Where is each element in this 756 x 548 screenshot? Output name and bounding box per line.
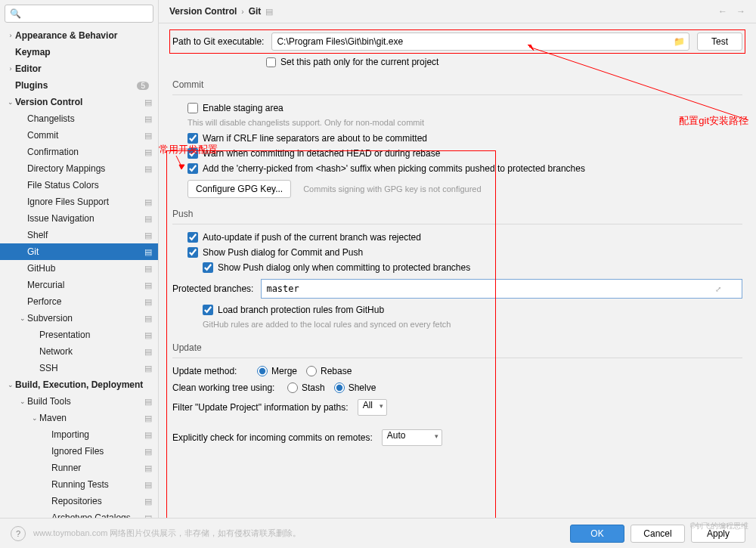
sidebar-item-repositories[interactable]: Repositories▤ bbox=[0, 493, 158, 509]
sidebar-item-presentation[interactable]: Presentation▤ bbox=[0, 327, 158, 343]
caret-icon: ⌄ bbox=[6, 98, 15, 106]
sidebar-item-issue-navigation[interactable]: Issue Navigation▤ bbox=[0, 210, 158, 227]
gear-icon: ▤ bbox=[144, 231, 152, 240]
cancel-button[interactable]: Cancel bbox=[631, 525, 685, 543]
expand-icon[interactable]: ⤢ bbox=[715, 285, 721, 293]
stash-radio[interactable] bbox=[287, 382, 298, 393]
explicit-check-label: Explicitly check for incoming commits on… bbox=[172, 432, 373, 443]
sidebar-item-build-tools[interactable]: ⌄Build Tools▤ bbox=[0, 393, 158, 410]
gear-icon: ▤ bbox=[144, 114, 152, 124]
sidebar-item-importing[interactable]: Importing▤ bbox=[0, 426, 158, 443]
sidebar-item-label: Editor bbox=[15, 63, 152, 74]
sidebar-item-shelf[interactable]: Shelf▤ bbox=[0, 227, 158, 243]
sidebar-item-file-status-colors[interactable]: File Status Colors bbox=[0, 177, 158, 194]
sidebar-item-running-tests[interactable]: Running Tests▤ bbox=[0, 476, 158, 493]
gear-icon: ▤ bbox=[144, 147, 152, 157]
sidebar-item-label: Runner bbox=[51, 463, 144, 473]
load-hint: GitHub rules are added to the local rule… bbox=[203, 320, 742, 329]
footer-tag: ©钊飞的编程思维 bbox=[690, 521, 748, 531]
sidebar-item-github[interactable]: GitHub▤ bbox=[0, 260, 158, 277]
sidebar-item-label: Subversion bbox=[27, 313, 144, 324]
warn-detached-checkbox[interactable] bbox=[187, 148, 198, 159]
git-path-label: Path to Git executable: bbox=[172, 36, 264, 47]
nav-forward-icon[interactable]: → bbox=[736, 6, 745, 17]
sidebar-item-label: Changelists bbox=[27, 113, 144, 124]
sidebar-item-archetype-catalogs[interactable]: Archetype Catalogs▤ bbox=[0, 509, 158, 518]
add-cherry-checkbox[interactable] bbox=[187, 163, 198, 174]
filter-paths-select[interactable]: All bbox=[358, 399, 387, 416]
sidebar-item-mercurial[interactable]: Mercurial▤ bbox=[0, 277, 158, 293]
nav-back-icon[interactable]: ← bbox=[718, 6, 727, 17]
sidebar-item-commit[interactable]: Commit▤ bbox=[0, 127, 158, 144]
sidebar-item-network[interactable]: Network▤ bbox=[0, 343, 158, 360]
configure-gpg-button[interactable]: Configure GPG Key... bbox=[187, 180, 291, 198]
git-path-row: Path to Git executable: 📁 Test bbox=[172, 33, 742, 51]
sidebar-item-perforce[interactable]: Perforce▤ bbox=[0, 293, 158, 310]
gear-icon: ▤ bbox=[144, 280, 152, 290]
sidebar-item-ignore-files-support[interactable]: Ignore Files Support▤ bbox=[0, 194, 158, 210]
help-icon[interactable]: ? bbox=[11, 526, 26, 541]
show-push-checkbox[interactable] bbox=[187, 247, 198, 258]
sidebar-item-appearance-behavior[interactable]: ›Appearance & Behavior bbox=[0, 27, 158, 44]
sidebar-item-label: Issue Navigation bbox=[27, 213, 144, 224]
sidebar-item-label: Maven bbox=[39, 413, 144, 423]
sidebar-item-editor[interactable]: ›Editor bbox=[0, 60, 158, 77]
folder-icon[interactable]: 📁 bbox=[674, 36, 685, 47]
gear-icon: ▤ bbox=[144, 297, 152, 307]
sidebar-item-runner[interactable]: Runner▤ bbox=[0, 460, 158, 476]
dialog-footer: ? www.toymoban.com 网络图片仅供展示，非存储，如有侵权请联系删… bbox=[0, 518, 756, 548]
gear-icon: ▤ bbox=[144, 364, 152, 373]
sidebar-item-ssh[interactable]: SSH▤ bbox=[0, 360, 158, 376]
shelve-radio[interactable] bbox=[334, 382, 345, 393]
sidebar-item-label: Commit bbox=[27, 130, 144, 141]
sidebar-item-ignored-files[interactable]: Ignored Files▤ bbox=[0, 443, 158, 460]
git-path-input[interactable] bbox=[271, 33, 689, 51]
show-push-protected-checkbox[interactable] bbox=[203, 262, 213, 273]
sidebar-item-changelists[interactable]: Changelists▤ bbox=[0, 110, 158, 127]
sidebar-item-label: Version Control bbox=[15, 97, 144, 107]
search-input[interactable] bbox=[24, 9, 148, 18]
sidebar-item-plugins[interactable]: Plugins5 bbox=[0, 77, 158, 94]
warn-crlf-checkbox[interactable] bbox=[187, 133, 198, 144]
merge-radio[interactable] bbox=[257, 366, 268, 376]
auto-update-checkbox[interactable] bbox=[187, 232, 198, 243]
sidebar-item-label: Mercurial bbox=[27, 280, 144, 290]
sidebar-item-confirmation[interactable]: Confirmation▤ bbox=[0, 144, 158, 160]
sidebar-item-label: Importing bbox=[51, 429, 144, 440]
test-button[interactable]: Test bbox=[697, 33, 742, 51]
sidebar-item-version-control[interactable]: ⌄Version Control▤ bbox=[0, 94, 158, 110]
sidebar-item-label: Build Tools bbox=[27, 396, 144, 407]
sidebar-item-label: Network bbox=[39, 346, 144, 357]
sidebar-item-label: Confirmation bbox=[27, 147, 144, 157]
ok-button[interactable]: OK bbox=[570, 525, 624, 543]
gear-icon: ▤ bbox=[144, 497, 152, 506]
sidebar-item-subversion[interactable]: ⌄Subversion▤ bbox=[0, 310, 158, 327]
sidebar-item-maven[interactable]: ⌄Maven▤ bbox=[0, 410, 158, 426]
protected-branches-input[interactable] bbox=[261, 279, 742, 299]
sidebar-item-label: Repositories bbox=[51, 496, 144, 506]
search-box[interactable]: 🔍 bbox=[5, 5, 153, 23]
sidebar-item-label: Ignore Files Support bbox=[27, 197, 144, 207]
settings-tree: ›Appearance & BehaviorKeymap›EditorPlugi… bbox=[0, 27, 158, 518]
sidebar-item-build-execution-deployment[interactable]: ⌄Build, Execution, Deployment bbox=[0, 376, 158, 393]
gear-icon: ▤ bbox=[265, 7, 273, 17]
protected-branches-label: Protected branches: bbox=[172, 283, 253, 294]
gear-icon: ▤ bbox=[144, 164, 152, 174]
push-section-title: Push bbox=[172, 209, 742, 219]
sidebar-item-keymap[interactable]: Keymap bbox=[0, 44, 158, 60]
caret-icon: ⌄ bbox=[18, 314, 27, 322]
gear-icon: ▤ bbox=[144, 397, 152, 407]
load-branch-checkbox[interactable] bbox=[203, 305, 213, 315]
enable-staging-checkbox[interactable] bbox=[187, 103, 198, 113]
update-method-label: Update method: bbox=[172, 366, 248, 376]
set-path-project-checkbox[interactable] bbox=[266, 57, 276, 67]
gear-icon: ▤ bbox=[144, 131, 152, 141]
sidebar-item-label: Appearance & Behavior bbox=[15, 30, 152, 41]
sidebar-item-directory-mappings[interactable]: Directory Mappings▤ bbox=[0, 160, 158, 177]
explicit-check-select[interactable]: Auto bbox=[382, 429, 442, 446]
rebase-radio[interactable] bbox=[306, 366, 317, 376]
sidebar-item-label: Running Tests bbox=[51, 479, 144, 490]
breadcrumb-parent[interactable]: Version Control bbox=[169, 6, 237, 17]
settings-sidebar: 🔍 ›Appearance & BehaviorKeymap›EditorPlu… bbox=[0, 0, 159, 518]
sidebar-item-git[interactable]: Git▤ bbox=[0, 243, 158, 260]
